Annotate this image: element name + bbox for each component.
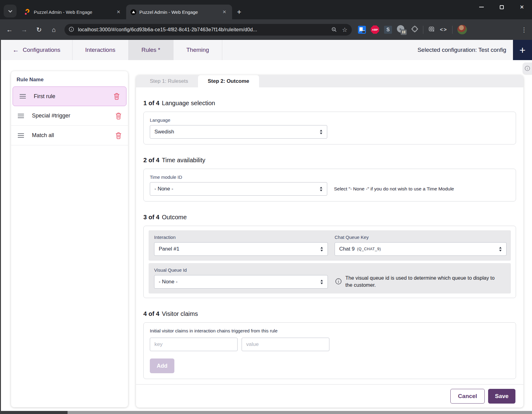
browser-window: Puzzel Admin - Web Engage ✕ Puzzel Admin… <box>0 0 532 414</box>
site-info-icon[interactable] <box>69 27 76 33</box>
extensions-puzzle-icon[interactable] <box>411 25 418 34</box>
outcome-queue-panel: Interaction Panel #1 Chat Queue Key Chat… <box>149 230 511 261</box>
back-icon[interactable]: ← <box>4 25 15 35</box>
adblock-plus-extension-icon[interactable]: ABP <box>371 25 379 34</box>
visual-queue-field: Visual Queue Id - None - <box>154 267 328 289</box>
chevron-down-icon <box>8 9 12 13</box>
select-arrows-icon <box>320 130 323 134</box>
visual-queue-info-text: The visual queue id is used to determine… <box>345 274 499 288</box>
visual-queue-panel: Visual Queue Id - None - The visual queu… <box>149 263 511 293</box>
browser-tab-2-active[interactable]: Puzzel Admin - Web Engage ✕ <box>126 5 232 19</box>
nav-configurations[interactable]: ← Configurations <box>1 40 72 60</box>
interaction-field: Interaction Panel #1 <box>154 235 328 256</box>
nav-configurations-label: Configurations <box>23 47 60 53</box>
app-navbar: ← Configurations Interactions Rules * Th… <box>1 40 532 60</box>
language-select[interactable]: Swedish <box>150 125 327 139</box>
reload-icon[interactable]: ↻ <box>34 25 44 35</box>
info-circle-icon <box>335 278 342 285</box>
add-claim-button[interactable]: Add <box>150 358 174 373</box>
profile-avatar[interactable] <box>457 25 467 34</box>
tab-title: Puzzel Admin - Web Engage <box>34 10 112 15</box>
rule-item-special-trigger[interactable]: Special #trigger <box>11 106 128 126</box>
visitor-claims-description: Initial visitor claims in interaction ch… <box>150 328 510 333</box>
browser-toolbar: ← → ↻ ⌂ localhost:3000/#/config/6cd93b6a… <box>0 19 532 40</box>
interaction-select[interactable]: Panel #1 <box>154 242 328 256</box>
section-claims-heading: 4 of 4Visitor claims <box>143 310 516 317</box>
select-arrows-icon <box>320 247 323 251</box>
outcome-card: Interaction Panel #1 Chat Queue Key Chat… <box>143 226 516 298</box>
save-button[interactable]: Save <box>488 389 515 404</box>
delete-rule-trash-icon[interactable] <box>115 112 122 120</box>
tab-step2-outcome[interactable]: Step 2: Outcome <box>198 75 259 87</box>
browser-menu-kebab-icon[interactable]: ⋮ <box>521 26 527 33</box>
time-module-select-value: - None - <box>154 186 173 192</box>
nav-interactions[interactable]: Interactions <box>72 40 129 60</box>
app-frame: ← Configurations Interactions Rules * Th… <box>0 40 532 411</box>
time-module-select[interactable]: - None - <box>150 182 327 196</box>
rule-name: First rule <box>34 93 55 100</box>
window-bottom-edge <box>0 411 532 414</box>
section-time-heading: 2 of 4Time availability <box>143 157 516 164</box>
section-step-number: 3 of 4 <box>143 214 159 220</box>
language-select-value: Swedish <box>154 129 174 135</box>
rule-editor-panel: Step 1: Rulesets Step 2: Outcome 1 of 4L… <box>136 75 523 408</box>
rule-item-first-rule[interactable]: First rule <box>13 86 126 106</box>
puzzel-favicon <box>25 9 31 15</box>
rules-sidebar: Rule Name First rule Special #trigger Ma… <box>11 71 128 407</box>
forward-icon[interactable]: → <box>19 25 29 35</box>
s-extension-icon[interactable]: S <box>384 26 392 34</box>
nav-theming[interactable]: Theming <box>173 40 222 60</box>
section-outcome-heading: 3 of 4Outcome <box>143 214 516 221</box>
url-bar[interactable]: localhost:3000/#/config/6cd93b6a-ce15-4f… <box>64 24 352 36</box>
delete-rule-trash-icon[interactable] <box>113 93 120 100</box>
time-card: Time module ID - None - Select "- None -… <box>143 169 516 201</box>
visual-queue-select[interactable]: - None - <box>154 275 328 289</box>
section-title: Visitor claims <box>162 310 198 317</box>
home-icon[interactable]: ⌂ <box>49 25 59 35</box>
code-devtools-icon[interactable]: <> <box>440 27 447 33</box>
visual-queue-info: The visual queue id is used to determine… <box>335 274 499 288</box>
tab-search-button[interactable] <box>4 5 17 17</box>
drag-handle-icon[interactable] <box>20 94 26 98</box>
zoom-search-icon[interactable] <box>331 27 337 33</box>
nav-theming-label: Theming <box>186 47 209 53</box>
section-title: Time availability <box>162 157 205 163</box>
section-step-number: 4 of 4 <box>143 310 159 317</box>
claim-value-input[interactable] <box>242 338 329 351</box>
select-arrows-icon <box>320 280 323 284</box>
triangle-favicon <box>130 9 136 15</box>
add-configuration-button[interactable]: + <box>513 40 532 60</box>
claims-inputs-row <box>150 338 510 351</box>
window-close-button[interactable]: ✕ <box>512 0 532 14</box>
chat-queue-key-label: Chat Queue Key <box>335 235 507 240</box>
visitor-claims-card: Initial visitor claims in interaction ch… <box>143 322 516 379</box>
bookmark-star-icon[interactable]: ☆ <box>342 26 348 33</box>
select-arrows-icon <box>499 247 502 251</box>
url-text: localhost:3000/#/config/6cd93b6a-ce15-4f… <box>78 27 327 33</box>
window-controls: ✕ <box>471 0 532 14</box>
cancel-button[interactable]: Cancel <box>450 389 485 404</box>
info-side-button[interactable] <box>523 63 532 74</box>
window-minimize-button[interactable] <box>471 0 491 14</box>
extension-row: ABP S ▸ <> <box>358 25 467 34</box>
delete-rule-trash-icon[interactable] <box>115 132 122 139</box>
bookmark-lock-extension-icon[interactable] <box>358 26 366 34</box>
rule-item-match-all[interactable]: Match all <box>11 126 128 145</box>
screenshot-tool-icon[interactable] <box>428 26 435 34</box>
drag-handle-icon[interactable] <box>18 133 24 138</box>
claim-key-input[interactable] <box>150 338 238 351</box>
tab-close-icon[interactable]: ✕ <box>221 9 228 15</box>
tab-step1-rulesets[interactable]: Step 1: Rulesets <box>140 75 198 87</box>
section-language-heading: 1 of 4Language selection <box>143 100 516 107</box>
nav-rules[interactable]: Rules * <box>129 40 173 60</box>
chat-queue-key-select[interactable]: Chat 9 (Q_CHAT_9) <box>335 242 507 256</box>
window-maximize-button[interactable] <box>491 0 512 14</box>
tab-close-icon[interactable]: ✕ <box>115 9 122 15</box>
session-pause-extension-icon[interactable]: ▸ <box>397 25 406 34</box>
drag-handle-icon[interactable] <box>18 114 24 118</box>
browser-tab-1[interactable]: Puzzel Admin - Web Engage ✕ <box>20 5 126 19</box>
nav-interactions-label: Interactions <box>85 47 115 53</box>
selected-configuration-label: Selected configuration: Test config <box>417 47 506 53</box>
back-arrow-icon: ← <box>13 46 19 54</box>
new-tab-button[interactable]: + <box>235 7 244 17</box>
